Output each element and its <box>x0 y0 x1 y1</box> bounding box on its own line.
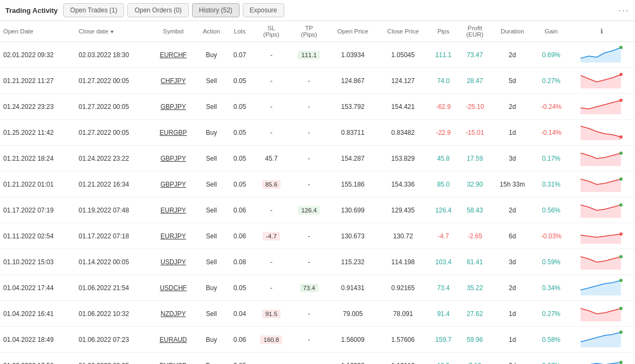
symbol[interactable]: EURAUD <box>151 327 196 353</box>
open-date: 01.17.2022 07:19 <box>0 197 76 223</box>
sl: - <box>252 249 290 275</box>
svg-point-19 <box>619 279 623 282</box>
close-price: 78.091 <box>378 301 428 327</box>
mini-chart <box>569 249 635 275</box>
history-table-wrapper: Open Date Close date Symbol Action Lots … <box>0 21 635 364</box>
col-lots: Lots <box>227 21 252 42</box>
sl: - <box>252 120 290 146</box>
tp: 126.4 <box>290 197 328 223</box>
profit: -2.65 <box>459 223 491 249</box>
symbol[interactable]: GBPJPY <box>151 146 196 171</box>
svg-point-13 <box>619 203 623 207</box>
symbol[interactable]: CHFJPY <box>151 68 196 94</box>
close-price: 114.198 <box>378 249 428 275</box>
svg-point-11 <box>619 177 623 181</box>
symbol[interactable]: GBPJPY <box>151 171 196 197</box>
profit: 58.43 <box>459 197 491 223</box>
svg-marker-14 <box>581 234 621 244</box>
action: Sell <box>196 94 227 120</box>
close-date: 01.27.2022 00:05 <box>76 68 151 94</box>
action: Buy <box>196 120 227 146</box>
open-price: 115.232 <box>328 249 378 275</box>
table-row: 02.01.2022 09:32 02.03.2022 18:30 EURCHF… <box>0 42 635 68</box>
col-close-date[interactable]: Close date <box>76 21 151 42</box>
pips: 91.4 <box>428 301 459 327</box>
duration: 1d <box>491 120 534 146</box>
symbol[interactable]: NZDJPY <box>151 301 196 327</box>
svg-marker-18 <box>581 280 621 296</box>
pips: -62.9 <box>428 94 459 120</box>
svg-marker-6 <box>581 126 621 140</box>
close-price: 1.13118 <box>378 353 428 365</box>
gain: 0.34% <box>534 275 569 301</box>
lots: 0.05 <box>227 68 252 94</box>
gain: 0.17% <box>534 146 569 171</box>
symbol[interactable]: USDCHF <box>151 275 196 301</box>
duration: 3d <box>491 146 534 171</box>
col-open-date: Open Date <box>0 21 76 42</box>
table-row: 01.04.2022 18:49 01.06.2022 07:23 EURAUD… <box>0 327 635 353</box>
open-date: 01.04.2022 16:41 <box>0 301 76 327</box>
table-row: 01.25.2022 11:42 01.27.2022 00:05 EURGBP… <box>0 120 635 146</box>
tab-open-orders[interactable]: Open Orders (0) <box>127 3 188 17</box>
close-price: 1.05045 <box>378 42 428 68</box>
open-price: 79.005 <box>328 301 378 327</box>
symbol[interactable]: EURUSD <box>151 353 196 365</box>
lots: 0.05 <box>227 146 252 171</box>
gain: -0.14% <box>534 120 569 146</box>
col-close-price: Close Price <box>378 21 428 42</box>
tp: - <box>290 301 328 327</box>
table-header-row: Open Date Close date Symbol Action Lots … <box>0 21 635 42</box>
lots: 0.07 <box>227 42 252 68</box>
close-date: 01.06.2022 21:54 <box>76 275 151 301</box>
table-row: 01.21.2022 01:01 01.21.2022 16:34 GBPJPY… <box>0 171 635 197</box>
tab-bar: Trading Activity Open Trades (1) Open Or… <box>0 0 635 21</box>
col-open-price: Open Price <box>328 21 378 42</box>
svg-point-5 <box>619 99 623 102</box>
table-row: 01.11.2022 02:54 01.17.2022 07:18 EURJPY… <box>0 223 635 249</box>
table-row: 01.04.2022 16:41 01.06.2022 10:32 NZDJPY… <box>0 301 635 327</box>
action: Sell <box>196 68 227 94</box>
close-date: 01.27.2022 00:05 <box>76 94 151 120</box>
close-date: 01.17.2022 07:18 <box>76 223 151 249</box>
tp: - <box>290 68 328 94</box>
open-date: 01.21.2022 01:01 <box>0 171 76 197</box>
pips: 45.8 <box>428 146 459 171</box>
tp: - <box>290 353 328 365</box>
symbol[interactable]: EURGBP <box>151 120 196 146</box>
action: Sell <box>196 249 227 275</box>
symbol[interactable]: USDJPY <box>151 249 196 275</box>
tp: - <box>290 327 328 353</box>
tp: - <box>290 223 328 249</box>
sl: 160.8 <box>252 327 290 353</box>
more-button[interactable]: ··· <box>618 5 630 16</box>
table-row: 01.21.2022 11:27 01.27.2022 00:05 CHFJPY… <box>0 68 635 94</box>
svg-marker-22 <box>581 332 621 347</box>
open-price: 154.287 <box>328 146 378 171</box>
mini-chart <box>569 146 635 171</box>
mini-chart <box>569 353 635 365</box>
svg-point-1 <box>619 46 623 49</box>
table-row: 01.17.2022 07:19 01.19.2022 07:48 EURJPY… <box>0 197 635 223</box>
action: Sell <box>196 171 227 197</box>
lots: 0.06 <box>227 327 252 353</box>
duration: 15h 33m <box>491 171 534 197</box>
col-profit: Profit(EUR) <box>459 21 491 42</box>
symbol[interactable]: EURJPY <box>151 197 196 223</box>
tab-history[interactable]: History (52) <box>192 3 240 17</box>
pips: 159.7 <box>428 327 459 353</box>
profit: 17.59 <box>459 146 491 171</box>
close-date: 02.03.2022 18:30 <box>76 42 151 68</box>
tab-open-trades[interactable]: Open Trades (1) <box>63 3 124 17</box>
mini-chart <box>569 68 635 94</box>
symbol[interactable]: EURCHF <box>151 42 196 68</box>
symbol[interactable]: EURJPY <box>151 223 196 249</box>
tab-exposure[interactable]: Exposure <box>243 3 284 17</box>
gain: 0.58% <box>534 327 569 353</box>
sl: - <box>252 68 290 94</box>
lots: 0.05 <box>227 171 252 197</box>
symbol[interactable]: GBPJPY <box>151 94 196 120</box>
table-row: 01.04.2022 17:44 01.06.2022 21:54 USDCHF… <box>0 275 635 301</box>
sl: 45.7 <box>252 146 290 171</box>
gain: 0.56% <box>534 197 569 223</box>
